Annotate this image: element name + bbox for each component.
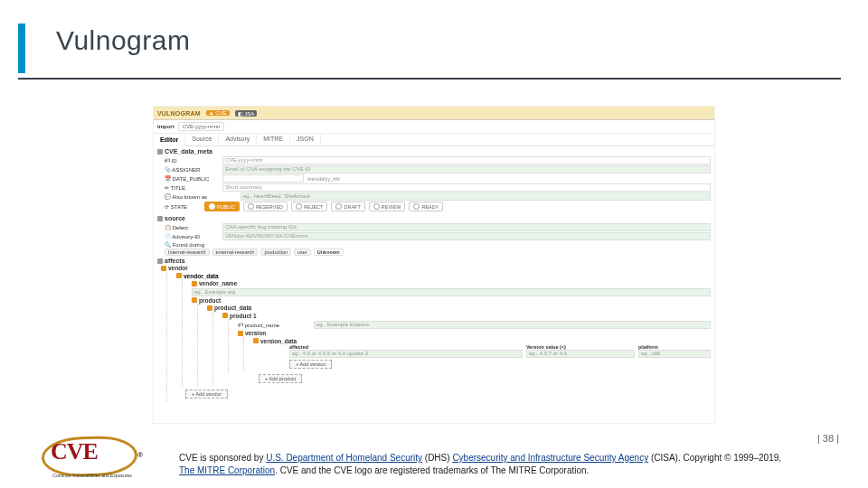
assigner-input[interactable]: Email of CNA assigning the CVE ID (222, 165, 711, 174)
date-public-input[interactable] (222, 174, 304, 183)
state-label: ⟳ STATE (165, 203, 201, 210)
version-row: eg., 4.0 or 4.0.5 or 4.0 update 2 eg., 4… (253, 350, 711, 358)
node-version[interactable]: version (238, 330, 266, 336)
id-label: 🏷 ID (165, 158, 219, 164)
found-during-chips: Internal-research external-research prod… (157, 249, 711, 256)
aka-label: 💬 Also known as (165, 193, 237, 200)
platform-input[interactable]: eg., x86 (638, 350, 711, 358)
advisory-id-label: 📄 Advisory-ID (165, 233, 219, 239)
cve-mode-button[interactable]: ▲ CVE (206, 110, 230, 116)
tab-mitre[interactable]: MITRE (257, 134, 290, 145)
state-ready[interactable]: READY (409, 202, 443, 211)
link-dhs[interactable]: U.S. Department of Homeland Security (266, 453, 422, 463)
date-format-hint: /mm/dd/yy_hh/ (307, 176, 340, 182)
import-input[interactable]: CVE-yyyy-nnnn (178, 122, 225, 131)
node-vendor[interactable]: vendor (161, 265, 188, 271)
add-vendor-button[interactable]: + Add vendor (185, 389, 228, 399)
state-draft[interactable]: DRAFT (331, 202, 364, 211)
slide-title: Vulnogram (56, 25, 190, 56)
state-review[interactable]: REVIEW (369, 202, 406, 211)
tab-json[interactable]: JSON (290, 134, 321, 145)
app-topbar: VULNOGRAM ▲ CVE ◧ JSA (154, 107, 714, 120)
cve-logo-sub: Common Vulnerabilities and Exposures (38, 473, 146, 478)
state-reject[interactable]: REJECT (291, 202, 327, 211)
link-mitre[interactable]: The MITRE Corporation (179, 465, 275, 475)
footer-text: CVE is sponsored by U.S. Department of H… (179, 452, 830, 476)
affects-tree: vendor vendor_data vendor_name eg., Exam… (157, 265, 711, 401)
chip-internal[interactable]: Internal-research (165, 249, 210, 256)
state-public[interactable]: PUBLIC (204, 202, 240, 211)
registered-mark: ® (137, 451, 143, 459)
affected-input[interactable]: eg., 4.0 or 4.0.5 or 4.0 update 2 (289, 350, 523, 358)
node-vendor-name: vendor_name (192, 280, 237, 286)
vendor-name-input[interactable]: eg., Example org (192, 288, 711, 296)
defect-input[interactable]: CNA specific bug tracking IDs (222, 223, 711, 231)
date-public-label: 📅 DATE_PUBLIC (165, 175, 219, 182)
import-label: import (157, 124, 175, 129)
cve-logo-text: CVE (51, 438, 98, 465)
cve-logo: CVE ® Common Vulnerabilities and Exposur… (38, 435, 137, 478)
tab-editor[interactable]: Editor (154, 135, 185, 146)
node-product[interactable]: product (192, 297, 221, 304)
accent-bar (18, 23, 25, 73)
defect-label: 📋 Defect (165, 224, 219, 230)
title-rule (18, 78, 841, 80)
chip-production[interactable]: production (260, 249, 291, 256)
title-input[interactable]: Short summary (222, 183, 711, 192)
section-source: source (157, 214, 711, 222)
section-affects: affects (157, 257, 711, 265)
node-product-data: product_data (207, 305, 251, 311)
vulnogram-app: VULNOGRAM ▲ CVE ◧ JSA import CVE-yyyy-nn… (154, 107, 714, 423)
tab-advisory[interactable]: Advisory (219, 134, 257, 145)
state-reserved[interactable]: RESERVED (243, 202, 288, 211)
version-value-input[interactable]: eg., 4.0.7 or 4.0 (526, 350, 635, 358)
import-toolbar: import CVE-yyyy-nnnn (154, 120, 714, 134)
chip-external[interactable]: external-research (212, 249, 259, 256)
add-version-button[interactable]: + Add version (289, 360, 332, 369)
title-label: ✏ TITLE (165, 184, 219, 191)
node-vendor-data: vendor_data (176, 273, 219, 279)
chip-unknown[interactable]: Unknown (314, 249, 344, 256)
product-name-label: 🏷 product_name (238, 323, 310, 328)
node-version-data: version_data (253, 338, 297, 344)
section-cve-meta: CVE_data_meta (157, 147, 711, 155)
link-cisa[interactable]: Cybersecurity and Infrastructure Securit… (452, 453, 648, 463)
aka-input[interactable]: eg., HeartBleed, Shellshock (241, 192, 711, 201)
product-name-input[interactable]: eg., Example Express (314, 321, 711, 329)
editor-tabs: Editor Source Advisory MITRE JSON (154, 134, 714, 146)
found-during-label: 🔍 Found during (165, 241, 237, 248)
brand-label: VULNOGRAM (157, 110, 201, 117)
node-product-1: product 1 (222, 313, 257, 319)
add-product-button[interactable]: + Add product (259, 374, 302, 383)
advisory-id-input[interactable]: VENdor-ADVISORY-SA-CVEnnnn (222, 232, 711, 240)
chip-user[interactable]: user (294, 249, 311, 256)
page-number: | 38 | (817, 433, 839, 444)
nvd-mode-button[interactable]: ◧ JSA (235, 110, 258, 117)
editor-form: CVE_data_meta 🏷 ID CVE-yyyy-nnnn 📎 ASSIG… (154, 146, 714, 402)
tab-source[interactable]: Source (185, 134, 219, 145)
assigner-label: 📎 ASSIGNER (165, 166, 219, 173)
id-input[interactable]: CVE-yyyy-nnnn (222, 156, 711, 164)
